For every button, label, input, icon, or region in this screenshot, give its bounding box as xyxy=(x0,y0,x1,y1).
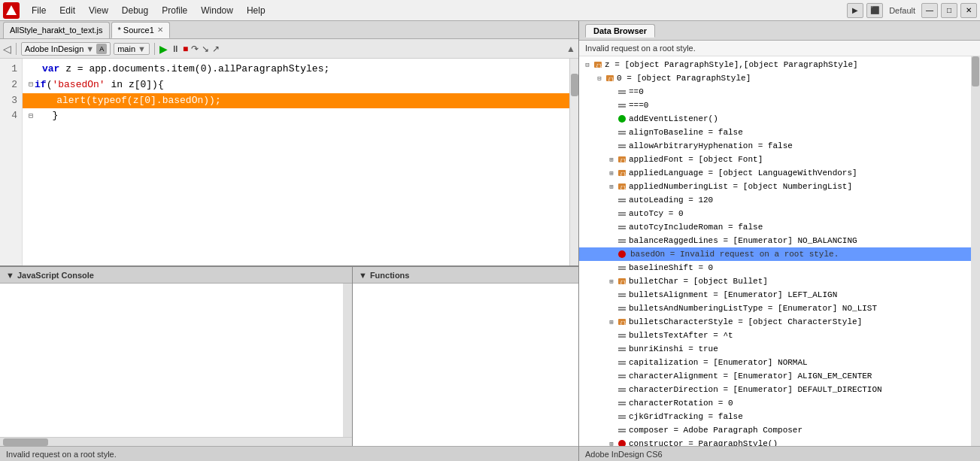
tree-icon xyxy=(617,86,627,97)
menu-edit[interactable]: Edit xyxy=(53,3,81,18)
tab-allstyle[interactable]: AllStyle_harakt_to_text.js xyxy=(3,22,110,38)
js-console-hscroll[interactable] xyxy=(0,437,352,446)
toolbar-run-icon[interactable]: ▶ xyxy=(847,3,863,18)
expand-line4[interactable]: ⊟ xyxy=(29,111,33,123)
minimize-button[interactable]: — xyxy=(921,3,938,18)
data-browser-tab[interactable]: Data Browser xyxy=(585,24,655,38)
tree-item[interactable]: basedOn = Invalid request on a root styl… xyxy=(579,247,980,261)
tree-item[interactable]: autoLeading = 120 xyxy=(579,193,980,207)
functions-label: Functions xyxy=(370,271,410,280)
tree-item[interactable]: autoTcy = 0 xyxy=(579,207,980,220)
tree-icon: {} xyxy=(617,168,627,178)
expand-line2[interactable]: ⊟ xyxy=(29,79,33,91)
tree-item[interactable]: bulletsAndNumberingListType = [Enumerato… xyxy=(579,302,980,315)
js-console-title: ▼ JavaScript Console xyxy=(0,267,352,284)
tree-expand-icon[interactable]: ⊞ xyxy=(606,438,617,446)
tree-item[interactable]: ⊞{}bulletChar = [object Bullet] xyxy=(579,274,980,288)
menu-debug[interactable]: Debug xyxy=(116,3,154,18)
tree-item[interactable]: balanceRaggedLines = [Enumerator] NO_BAL… xyxy=(579,234,980,247)
step-into-button[interactable]: ↷ xyxy=(191,44,199,54)
tree-item[interactable]: allowArbitraryHyphenation = false xyxy=(579,139,980,153)
tab-source1-close[interactable]: ✕ xyxy=(157,26,163,34)
close-button[interactable]: ✕ xyxy=(960,3,977,18)
svg-rect-39 xyxy=(618,334,626,335)
data-browser-error: Invalid request on a root style. xyxy=(579,41,980,56)
app-selector[interactable]: Adobe InDesign ▼ A xyxy=(21,42,111,56)
run-button[interactable]: ▶ xyxy=(159,43,168,55)
tree-item-text: constructor = ParagraphStyle() xyxy=(629,439,778,446)
tree-item[interactable]: ⊞{}appliedLanguage = [object LanguageWit… xyxy=(579,166,980,180)
toolbar-debug-icon[interactable]: ⬛ xyxy=(866,3,883,18)
tree-item[interactable]: bulletsTextAfter = ^t xyxy=(579,329,980,342)
tab-bar: AllStyle_harakt_to_text.js * Source1 ✕ xyxy=(0,21,578,39)
svg-rect-44 xyxy=(618,363,626,365)
tree-item[interactable]: ⊟{}0 = [object ParagraphStyle] xyxy=(579,71,980,85)
tree-item[interactable]: baselineShift = 0 xyxy=(579,261,980,274)
tab-source1[interactable]: * Source1 ✕ xyxy=(111,22,170,38)
tree-item[interactable]: bunriKinshi = true xyxy=(579,342,980,356)
tree-item-text: appliedLanguage = [object LanguageWithVe… xyxy=(629,168,857,177)
tree-area[interactable]: ⊟{}z = [object ParagraphStyle],[object P… xyxy=(579,56,980,446)
tree-item[interactable]: ⊞{}appliedNumberingList = [object Number… xyxy=(579,180,980,193)
back-button[interactable]: ◁ xyxy=(3,43,11,55)
tree-vscroll[interactable] xyxy=(971,56,980,446)
editor-scroll-right[interactable]: ▲ xyxy=(566,44,575,54)
stop-button[interactable]: ■ xyxy=(183,44,188,54)
tree-vscroll-thumb[interactable] xyxy=(972,56,979,86)
tree-expand-icon[interactable]: ⊞ xyxy=(606,276,617,287)
tree-item[interactable]: addEventListener() xyxy=(579,112,980,126)
tree-item[interactable]: ⊞constructor = ParagraphStyle() xyxy=(579,437,980,446)
maximize-button[interactable]: □ xyxy=(941,3,957,18)
svg-rect-22 xyxy=(618,212,626,214)
svg-rect-49 xyxy=(618,402,626,403)
tree-item[interactable]: alignToBaseline = false xyxy=(579,126,980,139)
tree-item[interactable]: ⊟{}z = [object ParagraphStyle],[object P… xyxy=(579,58,980,71)
step-over-button[interactable]: ↘ xyxy=(202,44,209,54)
tree-item[interactable]: characterRotation = 0 xyxy=(579,396,980,410)
js-console-content[interactable] xyxy=(0,284,352,437)
menu-window[interactable]: Window xyxy=(195,3,239,18)
svg-rect-54 xyxy=(618,431,626,432)
js-console-vscroll[interactable] xyxy=(343,284,352,437)
tree-item[interactable]: composer = Adobe Paragraph Composer xyxy=(579,423,980,437)
tree-expand-icon[interactable]: ⊞ xyxy=(606,168,617,178)
tree-icon xyxy=(617,371,627,381)
tree-item[interactable]: cjkGridTracking = false xyxy=(579,410,980,423)
tree-item[interactable]: characterDirection = [Enumerator] DEFAUL… xyxy=(579,383,980,396)
menu-profile[interactable]: Profile xyxy=(156,3,193,18)
code-vscroll-thumb[interactable] xyxy=(571,74,578,96)
branch-arrow: ▼ xyxy=(138,44,146,53)
js-console-hscroll-thumb[interactable] xyxy=(3,438,48,446)
default-label: Default xyxy=(886,6,918,15)
tree-expand-icon[interactable]: ⊟ xyxy=(582,59,593,70)
tree-item[interactable]: ⊞{}appliedFont = [object Font] xyxy=(579,153,980,166)
step-out-button[interactable]: ↗ xyxy=(212,44,220,54)
pause-button[interactable]: ⏸ xyxy=(171,44,180,54)
svg-rect-27 xyxy=(618,241,626,243)
menu-view[interactable]: View xyxy=(83,3,114,18)
menu-file[interactable]: File xyxy=(26,3,52,18)
code-vscroll[interactable] xyxy=(569,59,578,265)
functions-content[interactable] xyxy=(353,284,578,446)
tree-expand-icon[interactable]: ⊞ xyxy=(606,154,617,165)
tree-item[interactable]: bulletsAlignment = [Enumerator] LEFT_ALI… xyxy=(579,288,980,302)
tree-item[interactable]: ==0 xyxy=(579,85,980,99)
functions-expand[interactable]: ▼ xyxy=(359,271,367,280)
js-console-expand[interactable]: ▼ xyxy=(6,271,14,280)
tree-item[interactable]: ⊞{}bulletsCharacterStyle = [object Chara… xyxy=(579,315,980,329)
tree-expand-icon[interactable]: ⊞ xyxy=(606,181,617,192)
svg-rect-50 xyxy=(618,404,626,405)
data-browser-title-bar: Data Browser xyxy=(579,21,980,41)
branch-selector[interactable]: main ▼ xyxy=(114,43,150,55)
tree-icon: {} xyxy=(605,73,615,83)
code-content[interactable]: var z = app.documents.item(0).allParagra… xyxy=(23,59,569,265)
tree-item[interactable]: characterAlignment = [Enumerator] ALIGN_… xyxy=(579,369,980,383)
tree-item[interactable]: ===0 xyxy=(579,99,980,112)
svg-rect-6 xyxy=(618,93,626,94)
menu-help[interactable]: Help xyxy=(241,3,272,18)
tree-expand-icon[interactable]: ⊞ xyxy=(606,317,617,327)
tree-expand-icon[interactable]: ⊟ xyxy=(594,73,605,83)
svg-rect-46 xyxy=(618,377,626,378)
tree-item[interactable]: capitalization = [Enumerator] NORMAL xyxy=(579,356,980,369)
tree-item[interactable]: autoTcyIncludeRoman = false xyxy=(579,220,980,234)
